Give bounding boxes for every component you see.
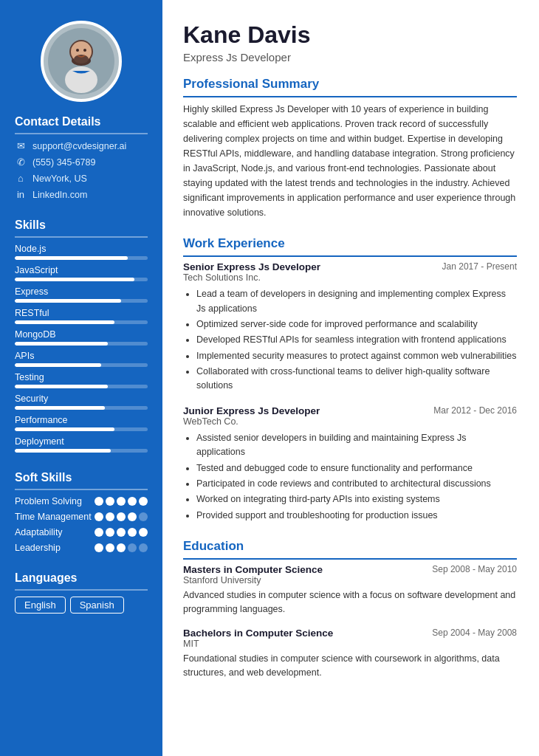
- edu-school: Stanford University: [183, 575, 517, 585]
- job-role: Senior Express Js Developer: [183, 261, 320, 272]
- dot: [128, 543, 137, 552]
- skill-bar-bg: [15, 385, 148, 388]
- edu-header: Masters in Computer Science Sep 2008 - M…: [183, 564, 517, 575]
- contact-title: Contact Details: [15, 115, 148, 134]
- dot: [139, 497, 148, 506]
- contact-text: LinkedIn.com: [32, 190, 87, 200]
- edu-block: Masters in Computer Science Sep 2008 - M…: [183, 564, 517, 617]
- linkedin-icon: in: [15, 189, 27, 200]
- soft-skill-label: Adaptability: [15, 527, 81, 537]
- dot: [139, 543, 148, 552]
- job-company: WebTech Co.: [183, 416, 517, 427]
- skill-item: Security: [15, 394, 148, 410]
- svg-point-6: [76, 49, 79, 52]
- job-role: Junior Express Js Developer: [183, 405, 320, 416]
- skills-title: Skills: [15, 219, 148, 238]
- contact-list: ✉support@cvdesigner.ai✆(555) 345-6789⌂Ne…: [15, 140, 148, 200]
- skill-item: Deployment: [15, 436, 148, 453]
- skill-item: Express: [15, 286, 148, 303]
- job-dates: Jan 2017 - Present: [442, 261, 517, 272]
- edu-header: Bachelors in Computer Science Sep 2004 -…: [183, 628, 517, 639]
- skill-bar-bg: [15, 278, 148, 281]
- skill-bar-fill: [15, 449, 111, 453]
- edu-degree: Bachelors in Computer Science: [183, 628, 333, 639]
- dot: [106, 497, 114, 506]
- skill-label: Node.js: [15, 244, 148, 254]
- dot: [117, 528, 126, 537]
- skill-bar-bg: [15, 342, 148, 346]
- bullet-item: Implemented security measures to protect…: [196, 349, 517, 363]
- dot: [106, 528, 114, 537]
- dot: [95, 528, 103, 537]
- soft-skill-item: Time Management: [15, 512, 148, 522]
- skill-item: Performance: [15, 415, 148, 431]
- dot: [128, 512, 137, 521]
- skill-bar-fill: [15, 256, 128, 260]
- skill-bar-fill: [15, 385, 108, 388]
- contact-item-email: ✉support@cvdesigner.ai: [15, 140, 148, 151]
- job-block: Junior Express Js Developer Mar 2012 - D…: [183, 405, 517, 523]
- dots: [95, 497, 148, 506]
- job-company: Tech Solutions Inc.: [183, 272, 517, 283]
- skill-bar-bg: [15, 320, 148, 324]
- soft-skill-item: Problem Solving: [15, 496, 148, 506]
- avatar: [41, 21, 122, 102]
- language-tag: English: [15, 597, 66, 614]
- languages-title: Languages: [15, 571, 148, 591]
- skills-list: Node.js JavaScript Express RESTful Mongo…: [15, 244, 148, 453]
- skill-item: Testing: [15, 372, 148, 388]
- dots: [95, 543, 148, 552]
- edu-block: Bachelors in Computer Science Sep 2004 -…: [183, 628, 517, 681]
- dot: [106, 543, 114, 552]
- soft-skills-title: Soft Skills: [15, 471, 148, 490]
- bullet-item: Lead a team of developers in designing a…: [196, 287, 517, 316]
- skill-bar-bg: [15, 256, 148, 260]
- contact-section: Contact Details ✉support@cvdesigner.ai✆(…: [0, 115, 162, 205]
- skill-label: Security: [15, 394, 148, 404]
- dot: [95, 543, 103, 552]
- email-icon: ✉: [15, 140, 27, 151]
- soft-skill-item: Leadership: [15, 543, 148, 553]
- contact-item-phone: ✆(555) 345-6789: [15, 157, 148, 168]
- edu-desc: Advanced studies in computer science wit…: [183, 588, 517, 617]
- language-tag: Spanish: [70, 597, 124, 614]
- dot: [106, 512, 114, 521]
- languages-list: EnglishSpanish: [15, 597, 148, 614]
- edu-desc: Foundational studies in computer science…: [183, 652, 517, 681]
- job-header: Junior Express Js Developer Mar 2012 - D…: [183, 405, 517, 416]
- contact-text: (555) 345-6789: [32, 157, 95, 168]
- dots: [95, 512, 148, 521]
- skills-section: Skills Node.js JavaScript Express RESTfu…: [0, 219, 162, 458]
- dot: [117, 497, 126, 506]
- skill-bar-bg: [15, 299, 148, 303]
- dot: [117, 512, 126, 521]
- skill-bar-fill: [15, 278, 134, 281]
- main-content: Kane Davis Express Js Developer Professi…: [162, 0, 539, 756]
- skill-label: APIs: [15, 351, 148, 361]
- dot: [128, 528, 137, 537]
- skill-label: MongoDB: [15, 329, 148, 340]
- dots: [95, 528, 148, 537]
- skill-label: JavaScript: [15, 265, 148, 275]
- work-heading: Work Experience: [183, 236, 517, 257]
- education-heading: Education: [183, 539, 517, 560]
- svg-point-7: [83, 49, 86, 52]
- candidate-title: Express Js Developer: [183, 51, 517, 63]
- soft-skill-label: Time Management: [15, 512, 92, 522]
- edu-dates: Sep 2004 - May 2008: [432, 628, 517, 638]
- svg-point-3: [65, 66, 97, 93]
- languages-section: Languages EnglishSpanish: [0, 571, 162, 614]
- skill-bar-fill: [15, 427, 114, 431]
- contact-text: NewYork, US: [32, 173, 87, 184]
- skill-label: Deployment: [15, 436, 148, 447]
- dot: [95, 497, 103, 506]
- bullet-item: Collaborated with cross-functional teams…: [196, 365, 517, 394]
- skill-bar-fill: [15, 406, 105, 410]
- skill-item: MongoDB: [15, 329, 148, 346]
- summary-text: Highly skilled Express Js Developer with…: [183, 102, 517, 220]
- avatar-wrap: [0, 0, 162, 115]
- job-bullets: Assisted senior developers in building a…: [183, 431, 517, 523]
- sidebar: Contact Details ✉support@cvdesigner.ai✆(…: [0, 0, 162, 756]
- bullet-item: Optimized server-side code for improved …: [196, 317, 517, 331]
- soft-skills-section: Soft Skills Problem Solving Time Managem…: [0, 471, 162, 558]
